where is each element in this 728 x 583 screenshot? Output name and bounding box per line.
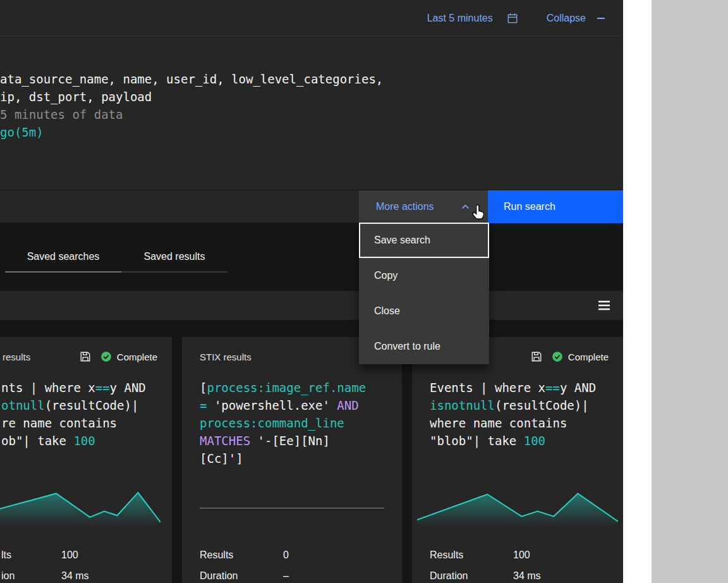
tab-saved-results-label: Saved results	[144, 251, 205, 262]
code-line: [process:image_ref.name	[200, 379, 392, 396]
code-token: 'powershell.exe'	[214, 398, 337, 412]
code-token: process:image_ref.name	[207, 381, 366, 395]
collapse-control[interactable]: Collapse	[547, 13, 606, 24]
code-line: where name contains	[430, 414, 613, 432]
metric-label: Results	[200, 549, 283, 563]
code-line: isnotnull(resultCode)|	[430, 396, 613, 414]
code-token: =	[200, 398, 214, 412]
code-line: re name contains	[1, 414, 162, 432]
card-header: results Complete	[3, 350, 157, 364]
empty-chart-baseline	[200, 508, 384, 508]
status-label: Complete	[117, 352, 157, 362]
status-badge: Complete	[100, 351, 157, 362]
code-token: [Cc]']	[200, 451, 243, 465]
card-title: results	[3, 352, 80, 362]
card-metrics: Results 100 Duration 34 ms	[430, 549, 608, 583]
saved-tabs: Saved searches Saved results	[5, 229, 228, 273]
desktop-background	[652, 0, 728, 583]
code-token: isnotnull	[430, 398, 495, 412]
app-window: Last 5 minutes Collapse ata_source_name,…	[0, 0, 623, 583]
code-token: ==	[545, 381, 560, 395]
code-token: 100	[524, 434, 545, 448]
metric-row: lts 100	[1, 549, 157, 563]
menu-item-convert-to-rule[interactable]: Convert to rule	[359, 329, 489, 364]
save-icon[interactable]	[531, 351, 542, 362]
results-header-bar	[0, 291, 623, 320]
metric-value: 100	[61, 549, 78, 563]
card-query-code: [process:image_ref.name= 'powershell.exe…	[200, 379, 392, 467]
code-line: go(5m)	[0, 123, 623, 141]
code-line: process:command_line	[200, 414, 392, 432]
sparkline-svg	[0, 482, 161, 525]
card-status: Complete	[80, 351, 157, 362]
code-token: process:command_line	[200, 416, 344, 430]
tab-saved-searches-label: Saved searches	[27, 251, 100, 262]
code-line: Events | where x==y AND	[430, 379, 613, 396]
code-token: 100	[73, 434, 95, 448]
code-token: y AND	[560, 381, 596, 395]
result-cards: results Complete nts | where x==y ANDotn…	[0, 337, 623, 583]
rows-icon[interactable]	[598, 299, 610, 312]
menu-item-label: Close	[374, 305, 400, 317]
code-line: 5 minutes of data	[0, 106, 623, 123]
metric-label: ion	[1, 570, 61, 583]
code-token: ==	[95, 381, 110, 395]
status-badge: Complete	[552, 351, 609, 362]
metric-label: Duration	[200, 570, 283, 583]
code-line: otnull(resultCode)|	[1, 396, 162, 414]
code-line: ob"| take 100	[1, 432, 162, 450]
code-token: nts | where x	[1, 381, 95, 395]
metric-label: Duration	[430, 570, 513, 583]
code-token: "blob"| take	[430, 434, 524, 448]
time-range-control[interactable]: Last 5 minutes	[427, 13, 518, 24]
tab-saved-results[interactable]: Saved results	[121, 229, 228, 273]
menu-item-copy[interactable]: Copy	[359, 258, 489, 293]
card-metrics: lts 100 ion 34 ms	[1, 549, 157, 583]
status-label: Complete	[568, 352, 609, 362]
metric-value: –	[283, 570, 289, 583]
menu-item-save-search[interactable]: Save search	[359, 223, 489, 258]
collapse-label: Collapse	[547, 13, 586, 24]
code-token: otnull	[1, 398, 45, 412]
code-line: "blob"| take 100	[430, 432, 613, 450]
menu-item-close[interactable]: Close	[359, 293, 489, 329]
card-status: Complete	[531, 351, 609, 362]
metric-row: ion 34 ms	[1, 570, 157, 583]
checkmark-filled-icon	[552, 351, 563, 362]
code-line: nts | where x==y AND	[1, 379, 162, 396]
code-token: ip, dst_port, payload	[0, 90, 152, 104]
calendar-icon	[507, 13, 518, 24]
tab-saved-searches[interactable]: Saved searches	[5, 229, 121, 273]
time-range-label: Last 5 minutes	[427, 13, 493, 24]
subtract-icon	[596, 13, 606, 23]
metric-value: 100	[513, 549, 530, 563]
code-token: (resultCode)|	[45, 398, 139, 412]
code-token: y AND	[110, 381, 146, 395]
more-actions-label: More actions	[376, 201, 434, 212]
result-card[interactable]: results Complete nts | where x==y ANDotn…	[0, 337, 172, 583]
code-line: = 'powershell.exe' AND	[200, 396, 392, 414]
checkmark-filled-icon	[100, 351, 112, 362]
result-card[interactable]: Complete Events | where x==y ANDisnotnul…	[412, 337, 623, 583]
card-metrics: Results 0 Duration –	[200, 549, 387, 583]
sparkline-svg	[417, 482, 618, 525]
code-token: go(5m)	[0, 125, 44, 139]
run-search-button[interactable]: Run search	[488, 190, 623, 223]
code-line: [Cc]']	[200, 450, 392, 467]
result-card[interactable]: STIX results [process:image_ref.name= 'p…	[182, 337, 402, 583]
more-actions-menu: Save search Copy Close Convert to rule	[359, 223, 489, 364]
code-token: where name contains	[430, 416, 567, 430]
menu-item-label: Save search	[374, 235, 430, 246]
code-token: [	[200, 381, 207, 395]
menu-item-label: Convert to rule	[374, 341, 440, 352]
more-actions-button[interactable]: More actions	[359, 190, 488, 223]
query-editor[interactable]: ata_source_name, name, user_id, low_leve…	[0, 37, 623, 190]
metric-value: 34 ms	[513, 570, 541, 583]
code-token: (resultCode)|	[495, 398, 589, 412]
results-sparkline	[0, 482, 161, 525]
code-token: AND	[337, 398, 358, 412]
save-icon[interactable]	[80, 351, 91, 362]
code-token: MATCHES	[200, 434, 250, 448]
code-token: ata_source_name, name, user_id, low_leve…	[0, 72, 383, 86]
query-code: ata_source_name, name, user_id, low_leve…	[0, 70, 623, 141]
